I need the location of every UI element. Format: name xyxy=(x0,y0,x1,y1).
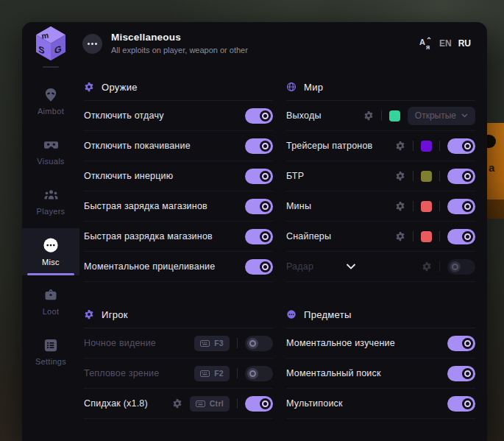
toggle-switch[interactable] xyxy=(447,366,475,381)
keyboard-icon xyxy=(200,340,210,347)
toggle-switch[interactable] xyxy=(245,229,273,244)
chevron-down-icon xyxy=(461,113,468,118)
sidebar-item-visuals[interactable]: Visuals xyxy=(22,128,79,175)
option-row: Мультипоиск xyxy=(286,389,475,419)
color-swatch[interactable] xyxy=(421,231,432,242)
toggle-switch[interactable] xyxy=(447,229,475,244)
section-player: Игрок Ночное видение F3 Тепловое зрение xyxy=(84,301,273,419)
keybind-label: F3 xyxy=(214,339,224,347)
option-label: Быстрая разрядка магазинов xyxy=(84,231,213,241)
option-label: Трейсеры патронов xyxy=(286,141,372,151)
gear-icon[interactable] xyxy=(395,231,405,241)
dropdown-value: Открытые xyxy=(415,110,456,121)
toggle-switch[interactable] xyxy=(447,169,475,184)
section-title: Мир xyxy=(304,82,323,93)
toggle-switch[interactable] xyxy=(447,259,475,275)
section-title: Игрок xyxy=(102,309,128,320)
sidebar-item-aimbot[interactable]: Aimbot xyxy=(22,78,79,125)
option-row: Радар xyxy=(286,252,475,282)
gear-icon[interactable] xyxy=(363,110,374,121)
vr-headset-icon xyxy=(43,138,59,152)
team-icon xyxy=(43,188,59,202)
section-header: Мир xyxy=(286,74,475,101)
option-label: Отключить покачивание xyxy=(84,141,191,151)
toggle-switch[interactable] xyxy=(245,396,273,412)
translate-icon[interactable]: A я xyxy=(419,37,433,51)
lang-ru-button[interactable]: RU xyxy=(458,38,471,49)
toggle-switch[interactable] xyxy=(245,169,273,184)
background-mark xyxy=(486,135,496,148)
option-label: Радар xyxy=(286,261,313,272)
alien-icon xyxy=(43,88,58,102)
section-title: Предметы xyxy=(304,309,352,320)
option-label: Моментальное изучение xyxy=(286,338,395,348)
svg-text:я: я xyxy=(426,43,430,51)
toggle-switch[interactable] xyxy=(447,199,475,214)
gear-icon[interactable] xyxy=(395,201,405,211)
option-label: Спидхак (x1.8) xyxy=(84,398,148,409)
option-label: Моментальное прицеливание xyxy=(84,261,215,272)
svg-text:A: A xyxy=(419,38,425,46)
expand-chevron-down-icon[interactable] xyxy=(346,264,356,269)
ellipsis-icon xyxy=(43,237,59,253)
content-area: Оружие Отключить отдачу Отключить покачи… xyxy=(79,65,487,441)
toggle-switch[interactable] xyxy=(245,259,273,275)
keybind-badge[interactable]: Ctrl xyxy=(190,396,230,412)
toggle-switch[interactable] xyxy=(447,336,475,351)
sidebar-item-players[interactable]: Players xyxy=(22,178,79,225)
logo-cell: m S G xyxy=(22,22,79,65)
briefcase-icon xyxy=(43,288,58,303)
color-swatch[interactable] xyxy=(421,171,432,182)
toggle-switch[interactable] xyxy=(245,366,273,381)
sidebar-item-label: Visuals xyxy=(37,157,64,166)
page-title: Miscellaneous xyxy=(111,32,248,44)
keyboard-icon xyxy=(200,370,210,377)
keybind-badge[interactable]: F3 xyxy=(194,336,230,351)
gear-icon xyxy=(84,82,94,92)
keybind-label: Ctrl xyxy=(210,399,224,408)
sidebar-item-loot[interactable]: Loot xyxy=(22,278,79,325)
sidebar-item-misc[interactable]: Misc xyxy=(22,228,79,275)
toggle-switch[interactable] xyxy=(447,138,475,154)
color-swatch[interactable] xyxy=(421,141,432,152)
gear-icon[interactable] xyxy=(395,171,405,181)
option-row: Моментальное прицеливание xyxy=(84,252,273,282)
color-swatch[interactable] xyxy=(421,201,432,212)
gear-icon[interactable] xyxy=(172,398,182,409)
sidebar-item-label: Loot xyxy=(43,307,60,316)
option-row: Моментальный поиск xyxy=(286,359,475,389)
sidebar: Aimbot Visuals Players xyxy=(22,65,79,441)
gear-icon[interactable] xyxy=(422,261,432,272)
option-row: Отключить покачивание xyxy=(84,131,273,161)
left-column: Оружие Отключить отдачу Отключить покачи… xyxy=(84,74,273,423)
language-switcher: A я EN RU xyxy=(419,37,471,51)
sidebar-item-settings[interactable]: Settings xyxy=(22,328,79,375)
toggle-switch[interactable] xyxy=(245,138,273,154)
option-row: Спидхак (x1.8) Ctrl xyxy=(84,389,273,419)
app-logo-cube-icon: m S G xyxy=(33,25,68,62)
background-shade xyxy=(487,200,504,219)
toggle-switch[interactable] xyxy=(447,396,475,412)
toggle-switch[interactable] xyxy=(245,108,273,124)
color-swatch[interactable] xyxy=(389,110,400,121)
toggle-switch[interactable] xyxy=(245,336,273,351)
option-label: Моментальный поиск xyxy=(286,368,381,378)
exits-dropdown[interactable]: Открытые xyxy=(408,107,475,125)
gear-icon xyxy=(84,309,94,320)
option-label: Быстрая зарядка магазинов xyxy=(84,201,207,211)
option-row: Отключить инерцию xyxy=(84,161,273,191)
option-label: Ночное видение xyxy=(84,338,156,348)
option-row: Моментальное изучение xyxy=(286,328,475,359)
option-row: БТР xyxy=(286,161,475,191)
gear-icon[interactable] xyxy=(395,141,405,151)
option-label: Выходы xyxy=(286,110,322,121)
sidebar-item-label: Aimbot xyxy=(38,107,64,116)
keybind-badge[interactable]: F2 xyxy=(194,366,230,381)
cheat-menu-window: m S G Miscellaneous All exploits on play… xyxy=(22,22,487,441)
section-weapon: Оружие Отключить отдачу Отключить покачи… xyxy=(84,74,273,282)
lang-en-button[interactable]: EN xyxy=(439,38,452,49)
option-label: Отключить отдачу xyxy=(84,110,164,121)
right-column: Мир Выходы Открытые Трейсе xyxy=(286,74,475,423)
toggle-switch[interactable] xyxy=(245,199,273,214)
list-icon xyxy=(43,338,58,353)
